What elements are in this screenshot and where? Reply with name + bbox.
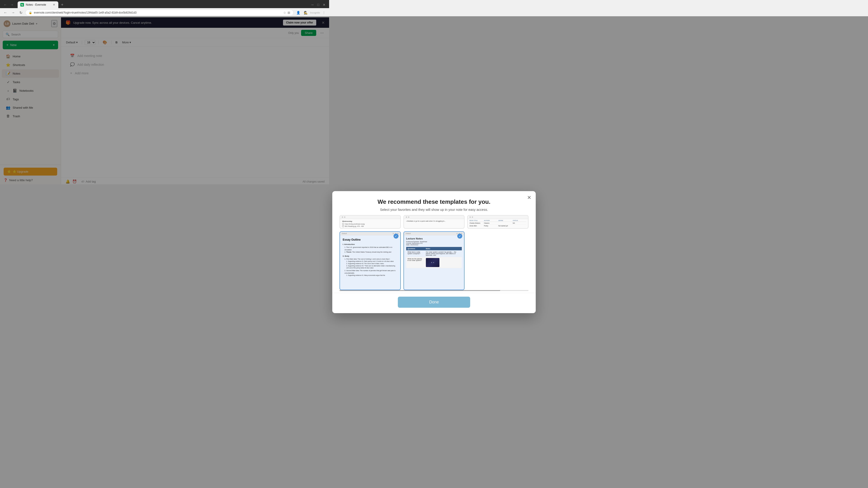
tab-bar: ← → 🐘 Notes - Evernote ✕ + ─ □ ✕: [0, 0, 329, 8]
back-nav-button[interactable]: ←: [2, 9, 8, 16]
address-bar-row: ← → ↻ 🔒 evernote.com/client/web?login=tr…: [0, 8, 329, 18]
browser-actions: 👤 🕵 Incognito ⋮: [295, 10, 327, 15]
address-bar-icons: ☆ ⊞: [283, 11, 290, 14]
incognito-indicator: 🕵: [303, 10, 309, 15]
svg-text:🐘: 🐘: [21, 4, 23, 6]
modal-overlay: ✕ We recommend these templates for you. …: [0, 16, 329, 184]
tab-favicon: 🐘: [20, 3, 24, 6]
new-tab-button[interactable]: +: [59, 2, 65, 8]
forward-nav-button[interactable]: →: [10, 9, 16, 16]
browser-chrome: ← → 🐘 Notes - Evernote ✕ + ─ □ ✕ ← → ↻ 🔒…: [0, 0, 329, 18]
address-bar[interactable]: 🔒 evernote.com/client/web?login=true#/no…: [25, 9, 293, 16]
extensions-icon[interactable]: ⊞: [287, 11, 290, 14]
close-window-button[interactable]: ✕: [321, 2, 327, 7]
browser-menu-button[interactable]: ⋮: [321, 10, 327, 15]
active-tab[interactable]: 🐘 Notes - Evernote ✕: [18, 1, 58, 8]
bookmark-icon[interactable]: ☆: [283, 11, 286, 14]
reload-button[interactable]: ↻: [18, 9, 24, 16]
tab-close-button[interactable]: ✕: [53, 3, 56, 7]
tab-title: Notes - Evernote: [26, 3, 51, 6]
url-text: evernote.com/client/web?login=true#/note…: [34, 11, 281, 14]
back-button[interactable]: ←: [2, 2, 8, 7]
maximize-button[interactable]: □: [316, 2, 320, 7]
incognito-label: Incognito: [310, 11, 320, 14]
minimize-button[interactable]: ─: [310, 2, 315, 7]
user-profile-button[interactable]: 👤: [295, 10, 302, 15]
forward-button[interactable]: →: [9, 2, 15, 7]
